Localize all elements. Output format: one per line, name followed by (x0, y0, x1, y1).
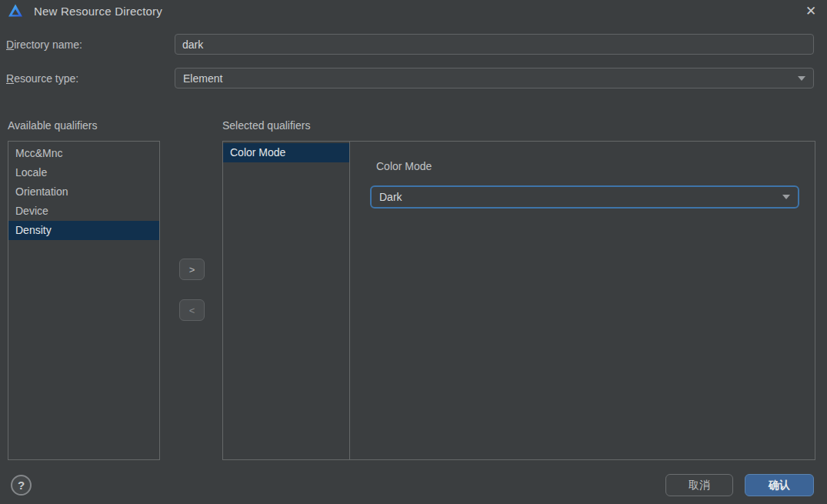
directory-name-input[interactable] (175, 34, 814, 55)
remove-qualifier-button[interactable]: < (179, 299, 205, 321)
dialog-title: New Resource Directory (34, 5, 162, 18)
help-icon[interactable]: ? (11, 475, 32, 496)
resource-type-dropdown[interactable]: Element (175, 68, 814, 88)
list-item-color-mode[interactable]: Color Mode (223, 143, 349, 162)
selected-qualifiers-list: Color Mode (222, 141, 350, 460)
resource-type-label: Resource type: (6, 72, 78, 85)
chevron-down-icon (782, 195, 790, 199)
resource-type-value: Element (183, 72, 222, 85)
selected-qualifiers-label: Selected qualifiers (222, 119, 310, 132)
list-item-density[interactable]: Density (8, 221, 159, 240)
confirm-button[interactable]: 确认 (745, 474, 814, 496)
list-item-locale[interactable]: Locale (8, 163, 159, 182)
list-item-orientation[interactable]: Orientation (8, 182, 159, 202)
cancel-button[interactable]: 取消 (665, 474, 733, 496)
close-icon[interactable]: ✕ (801, 2, 821, 20)
add-qualifier-button[interactable]: > (179, 259, 205, 280)
new-resource-directory-dialog: New Resource Directory ✕ Directory name:… (0, 0, 827, 504)
directory-name-label: Directory name: (6, 38, 82, 51)
list-item-device[interactable]: Device (8, 202, 159, 221)
deveco-studio-logo-icon (8, 3, 23, 18)
available-qualifiers-label: Available qualifiers (8, 119, 97, 132)
qualifier-detail-panel: Color Mode Dark (349, 141, 815, 460)
available-qualifiers-list: Mcc&Mnc Locale Orientation Device Densit… (8, 141, 160, 460)
chevron-down-icon (798, 76, 805, 81)
list-item-mcc-mnc[interactable]: Mcc&Mnc (8, 144, 159, 163)
color-mode-dropdown[interactable]: Dark (370, 185, 799, 209)
color-mode-header: Color Mode (376, 160, 432, 172)
title-bar: New Resource Directory ✕ (0, 0, 827, 22)
color-mode-value: Dark (379, 191, 402, 203)
